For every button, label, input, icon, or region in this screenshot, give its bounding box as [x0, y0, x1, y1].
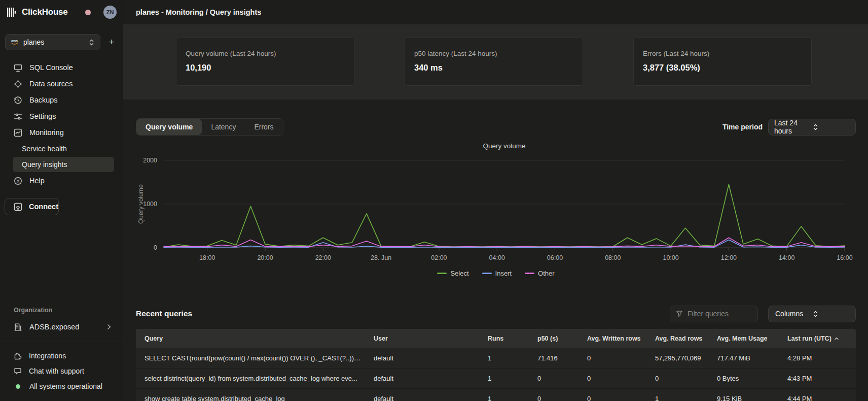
table-cell: default — [374, 354, 488, 362]
sidebar-subitem-label: Query insights — [22, 160, 67, 169]
legend-label: Insert — [495, 270, 512, 277]
chevron-right-icon — [105, 323, 113, 330]
chart-legend: SelectInsertOther — [136, 270, 856, 277]
table-row[interactable]: SELECT CAST(round(pow(count() / max(coun… — [136, 348, 856, 368]
table-cell: 57,295,770,069 — [655, 354, 717, 362]
table-cell: default — [374, 395, 488, 401]
avatar[interactable]: ZN — [103, 6, 117, 19]
sidebar-item-label: Settings — [29, 112, 56, 120]
columns-select-label: Columns — [775, 310, 812, 318]
table-cell: show create table system.distributed_cac… — [136, 395, 374, 401]
table-cell: select distrinct(query_id) from system.d… — [136, 375, 374, 382]
svg-text:12:00: 12:00 — [721, 254, 737, 261]
table-cell: 0 — [537, 395, 587, 401]
funnel-icon — [676, 310, 683, 317]
chat-bubble-icon — [14, 367, 22, 375]
svg-text:06:00: 06:00 — [547, 254, 563, 261]
recent-queries-header-row: Recent queries Columns — [136, 305, 856, 323]
legend-item-select[interactable]: Select — [437, 270, 468, 277]
table-cell: 0 — [537, 375, 587, 382]
time-period-select[interactable]: Last 24 hours — [768, 119, 856, 136]
column-header-p50-s-[interactable]: p50 (s) — [537, 335, 587, 342]
help-icon: ? — [14, 177, 22, 185]
sidebar-item-data-sources[interactable]: Data sources — [0, 76, 123, 92]
column-header-runs[interactable]: Runs — [488, 335, 537, 342]
table-cell: 0 — [587, 395, 655, 401]
sidebar-item-query-insights[interactable]: Query insights — [13, 157, 114, 172]
legend-swatch — [482, 273, 492, 274]
table-cell: default — [374, 375, 488, 382]
sidebar-item-label: Data sources — [29, 80, 73, 88]
stat-card-errors: Errors (Last 24 hours) 3,877 (38.05%) — [633, 38, 812, 86]
column-header-last-run-utc-[interactable]: Last run (UTC) — [787, 335, 856, 342]
legend-label: Other — [538, 270, 555, 277]
svg-text:14:00: 14:00 — [779, 254, 794, 261]
table-cell: 4:44 PM — [787, 395, 856, 401]
svg-text:22:00: 22:00 — [315, 254, 331, 261]
stat-card-query-volume: Query volume (Last 24 hours) 10,190 — [176, 38, 354, 86]
system-status-label: All systems operational — [29, 382, 102, 390]
table-cell: 71.416 — [537, 354, 587, 362]
sidebar-item-help[interactable]: ? Help — [0, 173, 123, 189]
sidebar-item-chat-support[interactable]: Chat with support — [0, 363, 123, 379]
sidebar-item-sql-console[interactable]: SQL Console — [0, 59, 123, 76]
connect-button[interactable]: Connect — [5, 198, 59, 215]
organization-item[interactable]: ADSB.exposed — [0, 319, 123, 335]
table-cell: 4:28 PM — [787, 354, 856, 362]
puzzle-icon — [14, 352, 22, 360]
table-cell: 0 — [587, 375, 655, 382]
columns-select[interactable]: Columns — [768, 306, 856, 322]
legend-swatch — [437, 273, 447, 274]
legend-swatch — [525, 273, 534, 274]
service-selector[interactable]: aws planes — [5, 34, 100, 50]
svg-text:08:00: 08:00 — [605, 254, 621, 261]
sidebar-item-label: Chat with support — [29, 367, 84, 375]
svg-text:02:00: 02:00 — [431, 254, 447, 261]
chart-canvas: Query volume010002000Query volume18:0020… — [136, 138, 856, 265]
column-header-avg-mem-usage[interactable]: Avg. Mem Usage — [717, 335, 787, 342]
filter-queries-input[interactable] — [688, 310, 752, 318]
sidebar: ClickHouse ZN aws planes + — [0, 0, 123, 401]
add-service-button[interactable]: + — [105, 36, 118, 48]
monitor-icon — [14, 63, 22, 72]
stat-strip: Query volume (Last 24 hours) 10,190 p50 … — [123, 24, 868, 99]
chart-tabs: Query volumeLatencyErrors — [136, 118, 283, 136]
chart-controls-row: Query volumeLatencyErrors Time period La… — [136, 118, 856, 136]
column-header-avg-read-rows[interactable]: Avg. Read rows — [655, 335, 717, 342]
stat-label: p50 latency (Last 24 hours) — [414, 50, 573, 57]
svg-text:04:00: 04:00 — [489, 254, 505, 261]
sidebar-item-monitoring[interactable]: Monitoring — [0, 124, 123, 141]
column-header-query[interactable]: Query — [136, 335, 374, 342]
table-cell: SELECT CAST(round(pow(count() / max(coun… — [136, 354, 374, 362]
stat-value: 340 ms — [414, 63, 573, 73]
tab-latency[interactable]: Latency — [202, 119, 245, 135]
backups-icon — [14, 96, 22, 105]
table-row[interactable]: select distrinct(query_id) from system.d… — [136, 368, 856, 388]
table-header-row: QueryUserRunsp50 (s)Avg. Written rowsAvg… — [136, 329, 856, 348]
legend-item-other[interactable]: Other — [525, 270, 555, 277]
filter-queries-box[interactable] — [670, 306, 758, 322]
sidebar-item-service-health[interactable]: Service health — [13, 141, 114, 156]
data-sources-icon — [14, 80, 22, 88]
stat-label: Query volume (Last 24 hours) — [186, 50, 345, 57]
sidebar-item-integrations[interactable]: Integrations — [0, 348, 123, 363]
main-area: planes - Monitoring / Query insights Que… — [123, 0, 868, 401]
monitoring-chart-icon — [14, 128, 22, 137]
svg-text:Query volume: Query volume — [137, 184, 144, 224]
sidebar-item-label: Monitoring — [29, 128, 64, 137]
query-volume-chart: Query volume010002000Query volume18:0020… — [136, 138, 856, 265]
column-header-user[interactable]: User — [374, 335, 488, 342]
sidebar-item-label: SQL Console — [29, 63, 73, 72]
system-status-item[interactable]: All systems operational — [0, 379, 123, 394]
column-header-avg-written-rows[interactable]: Avg. Written rows — [587, 335, 655, 342]
sidebar-item-backups[interactable]: Backups — [0, 92, 123, 108]
sidebar-item-settings[interactable]: Settings — [0, 108, 123, 124]
legend-item-insert[interactable]: Insert — [482, 270, 512, 277]
time-period-label: Time period — [722, 123, 763, 131]
tab-errors[interactable]: Errors — [245, 119, 282, 135]
table-row[interactable]: show create table system.distributed_cac… — [136, 388, 856, 401]
time-period-value: Last 24 hours — [774, 119, 812, 135]
connect-icon — [14, 203, 22, 211]
tab-query-volume[interactable]: Query volume — [136, 119, 202, 135]
sidebar-subitem-label: Service health — [22, 145, 67, 153]
